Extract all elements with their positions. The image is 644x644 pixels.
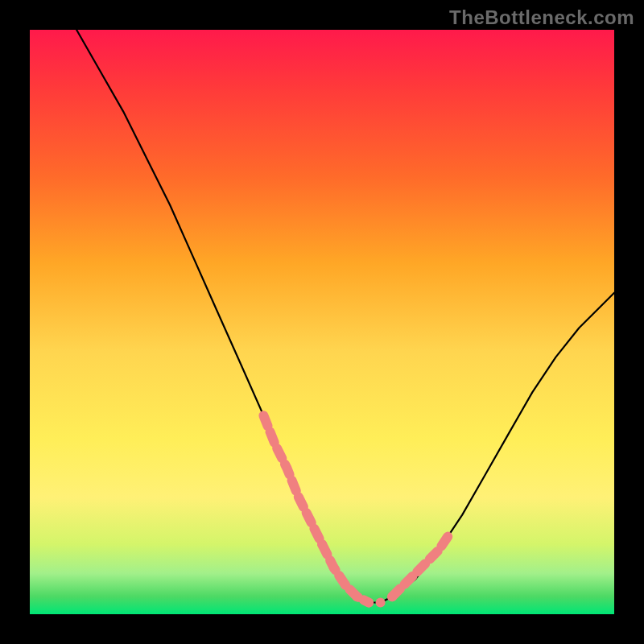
bottleneck-curve xyxy=(76,30,614,603)
dot xyxy=(376,598,386,608)
dot xyxy=(387,592,397,601)
dot xyxy=(353,592,362,601)
watermark-text: TheBottleneck.com xyxy=(449,6,634,29)
dot xyxy=(317,539,327,549)
chart-svg xyxy=(30,30,614,614)
plot-area xyxy=(30,30,614,614)
highlight-left-segment xyxy=(263,415,369,602)
dot xyxy=(341,580,350,590)
highlight-right-segment xyxy=(392,532,451,597)
dot xyxy=(329,563,339,572)
chart-stage: TheBottleneck.com xyxy=(0,0,644,644)
dot xyxy=(364,598,374,608)
